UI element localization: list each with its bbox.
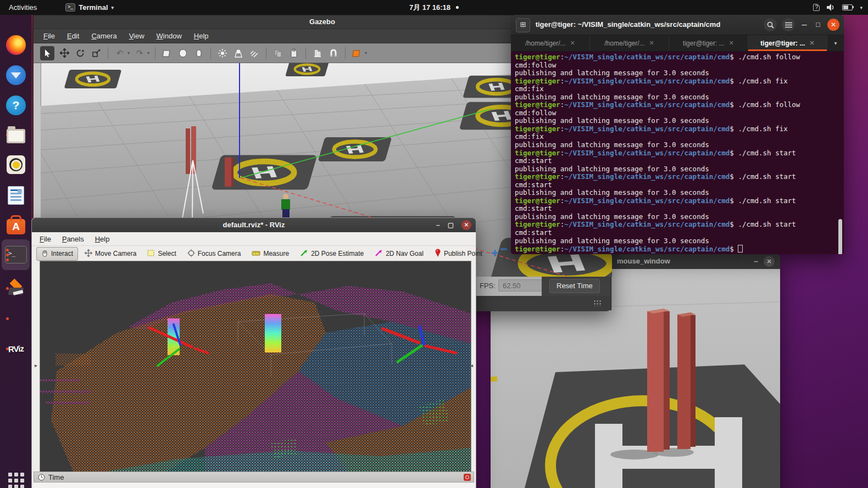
copy-icon[interactable]: [272, 47, 284, 59]
remove-display-icon[interactable]: ▾: [500, 245, 508, 262]
scrollbar-thumb[interactable]: [838, 219, 842, 254]
dock-item-gazebo[interactable]: [5, 277, 27, 299]
prompt-user: tiger@tiger: [515, 149, 560, 157]
activities-button[interactable]: Activities: [0, 3, 46, 12]
terminal-tab-2[interactable]: /home/tiger/...✕: [590, 35, 669, 51]
prompt-user: tiger@tiger: [515, 172, 560, 181]
prompt-path: ~/VISIM_single/catkin_ws/src/captain/cmd: [564, 245, 730, 253]
dock-item-rviz[interactable]: RViz: [5, 338, 27, 360]
insert-cylinder-icon[interactable]: [193, 47, 205, 59]
terminal-line: cmd:fix: [515, 85, 800, 93]
tool-publish-point[interactable]: Publish Point: [430, 247, 487, 260]
system-status-area[interactable]: ? ▾: [813, 4, 863, 11]
time-panel-header[interactable]: Time: [34, 472, 474, 483]
rviz-titlebar[interactable]: default.rviz* - RViz – ▢ ✕: [32, 218, 476, 232]
dock-item-terminal[interactable]: >_: [5, 244, 27, 266]
minimize-icon[interactable]: –: [754, 256, 758, 267]
insert-sphere-icon[interactable]: [177, 47, 189, 59]
dock-item-firefox[interactable]: [5, 34, 27, 56]
tool-select[interactable]: Select: [143, 248, 180, 260]
terminal-headerbar[interactable]: ⊞ tiger@tiger: ~/VISIM_single/catkin_ws/…: [511, 15, 844, 35]
reset-time-button[interactable]: Reset Time: [549, 279, 600, 293]
minimize-icon[interactable]: –: [800, 20, 809, 30]
rviz-3d-viewport[interactable]: [40, 261, 471, 472]
dock-item-unknown[interactable]: [5, 307, 27, 329]
select-arrow-tool[interactable]: [40, 46, 54, 60]
menu-hamburger-icon[interactable]: [782, 18, 795, 31]
rviz-menu-help[interactable]: Help: [95, 235, 110, 243]
fps-field: 62.50: [498, 279, 546, 291]
close-tab-icon[interactable]: ✕: [570, 40, 575, 47]
paste-icon[interactable]: [288, 47, 300, 59]
close-tab-icon[interactable]: ✕: [809, 40, 814, 47]
command-text: ./cmd.sh follow: [738, 53, 800, 61]
tab-list-chevron-icon[interactable]: ▾: [827, 35, 844, 51]
dock-item-thunderbird[interactable]: [5, 64, 27, 86]
add-display-icon[interactable]: [491, 249, 499, 259]
dock-item-writer[interactable]: [5, 184, 27, 206]
red-pin-icon: [435, 249, 441, 259]
ubuntu-software-icon: A: [7, 219, 25, 234]
app-menu[interactable]: >_ Terminal ▾: [65, 3, 114, 12]
gazebo-menu-window[interactable]: Window: [157, 32, 182, 40]
terminal-screen[interactable]: tiger@tiger:~/VISIM_single/catkin_ws/src…: [511, 52, 844, 254]
clock-button[interactable]: 7月 17 16:18: [409, 3, 459, 13]
maximize-icon[interactable]: ☐: [814, 22, 822, 28]
insert-box-icon[interactable]: [161, 47, 173, 59]
dock-item-help[interactable]: ?: [5, 94, 27, 116]
tool-label: Measure: [263, 250, 289, 257]
terminal-line: tiger@tiger:~/VISIM_single/catkin_ws/src…: [515, 173, 800, 181]
translate-tool-icon[interactable]: [58, 47, 70, 59]
tool-measure[interactable]: Measure: [247, 248, 293, 260]
terminal-title: tiger@tiger: ~/VISIM_single/catkin_ws/sr…: [511, 15, 745, 35]
tool-move-camera[interactable]: Move Camera: [80, 248, 141, 260]
gazebo-menu-file[interactable]: File: [43, 32, 55, 40]
close-tab-icon[interactable]: ✕: [649, 40, 654, 47]
gazebo-menu-help[interactable]: Help: [194, 32, 209, 40]
prompt-dollar: $: [730, 197, 738, 205]
close-icon[interactable]: ✕: [461, 220, 471, 230]
dock-item-files[interactable]: [5, 124, 27, 145]
dock-item-rhythmbox[interactable]: [5, 154, 27, 176]
directional-light-icon[interactable]: [248, 47, 260, 59]
terminal-tab-1[interactable]: /home/tiger/...✕: [511, 35, 590, 51]
align-icon[interactable]: [311, 47, 324, 59]
tool-2d-pose-estimate[interactable]: 2D Pose Estimate: [296, 248, 368, 260]
tool-focus-camera[interactable]: Focus Camera: [183, 248, 246, 260]
point-light-icon[interactable]: [216, 47, 229, 59]
view-angle-icon[interactable]: [351, 47, 363, 59]
close-icon[interactable]: ✕: [827, 19, 839, 31]
prompt-user: tiger@tiger: [515, 245, 560, 253]
search-icon[interactable]: [764, 18, 777, 31]
show-applications-button[interactable]: [5, 469, 27, 488]
rviz-menu-panels[interactable]: Panels: [62, 235, 84, 243]
tab-label: /home/tiger/...: [525, 40, 565, 47]
terminal-window[interactable]: ⊞ tiger@tiger: ~/VISIM_single/catkin_ws/…: [511, 15, 844, 254]
minimize-icon[interactable]: –: [436, 218, 440, 232]
scale-tool-icon[interactable]: [90, 47, 102, 59]
redo-icon[interactable]: ↷: [133, 47, 146, 59]
close-panel-icon[interactable]: [464, 474, 471, 481]
red-pillar-left: [647, 308, 670, 452]
dock-item-software[interactable]: A: [5, 214, 27, 236]
close-tab-icon[interactable]: ✕: [729, 40, 734, 47]
terminal-tab-3[interactable]: tiger@tiger: ...✕: [669, 35, 748, 51]
rviz-toolbar: InteractMove CameraSelectFocus CameraMea…: [32, 245, 476, 261]
terminal-tab-4[interactable]: tiger@tiger: ...✕: [748, 35, 827, 51]
undo-icon[interactable]: ↶: [114, 47, 126, 59]
gazebo-menu-view[interactable]: View: [129, 32, 144, 40]
tool-interact[interactable]: Interact: [36, 247, 78, 261]
resize-grip[interactable]: [593, 300, 601, 306]
gazebo-menu-camera[interactable]: Camera: [91, 32, 116, 40]
snap-magnet-icon[interactable]: [327, 47, 340, 59]
tool-2d-nav-goal[interactable]: 2D Nav Goal: [370, 248, 428, 260]
rviz-menu-file[interactable]: File: [40, 235, 51, 243]
panel-expand-right-icon[interactable]: ◂: [469, 360, 475, 372]
rviz-window[interactable]: default.rviz* - RViz – ▢ ✕ FilePanelsHel…: [31, 217, 476, 488]
rotate-tool-icon[interactable]: [74, 47, 86, 59]
close-icon[interactable]: ✕: [764, 256, 775, 267]
panel-expand-left-icon[interactable]: ▸: [33, 360, 39, 372]
spot-light-icon[interactable]: [232, 47, 244, 59]
maximize-icon[interactable]: ▢: [448, 218, 454, 232]
gazebo-menu-edit[interactable]: Edit: [67, 32, 79, 40]
